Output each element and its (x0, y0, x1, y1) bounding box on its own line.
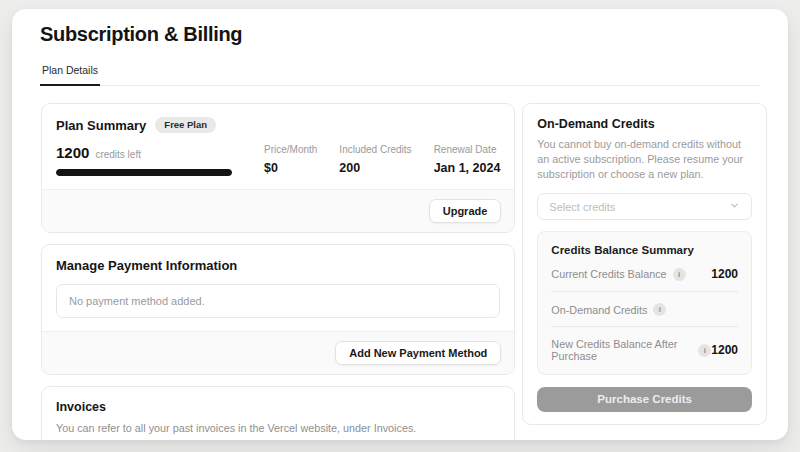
external-link-icon (173, 439, 182, 440)
plan-summary-title-row: Plan Summary Free Plan (56, 117, 500, 133)
select-credits-dropdown[interactable]: Select credits (537, 193, 752, 220)
invoices-card-title: Invoices (56, 400, 500, 414)
chevron-down-icon (729, 200, 740, 213)
plan-summary-body: Plan Summary Free Plan 1200 credits left (42, 104, 514, 189)
credits-balance-summary: Credits Balance Summary Current Credits … (537, 231, 752, 375)
plan-summary-card: Plan Summary Free Plan 1200 credits left (41, 103, 515, 233)
invoices-card: Invoices You can refer to all your past … (41, 386, 515, 440)
page-title: Subscription & Billing (40, 23, 760, 46)
page-header: Subscription & Billing Plan Details (12, 9, 788, 86)
credits-left-caption: credits left (95, 149, 141, 160)
credits-progress-fill (56, 169, 232, 176)
invoices-description: You can refer to all your past invoices … (56, 421, 500, 436)
stat-price-month-label: Price/Month (264, 144, 317, 155)
payment-card-footer: Add New Payment Method (42, 331, 514, 374)
stat-included-credits-label: Included Credits (339, 144, 411, 155)
payment-card-title: Manage Payment Information (56, 258, 500, 273)
no-payment-method-box: No payment method added. (56, 284, 500, 318)
summary-row-on-demand-label: On-Demand Credits (551, 304, 647, 316)
stat-renewal-date-label: Renewal Date (434, 144, 501, 155)
summary-row-new-balance: New Credits Balance After Purchase 1200 (551, 327, 738, 372)
add-payment-method-button[interactable]: Add New Payment Method (335, 341, 501, 365)
payment-card: Manage Payment Information No payment me… (41, 244, 515, 375)
plan-summary-title: Plan Summary (56, 118, 146, 133)
purchase-credits-button[interactable]: Purchase Credits (537, 387, 752, 412)
content-area: Plan Summary Free Plan 1200 credits left (12, 86, 788, 440)
plan-summary-footer: Upgrade (42, 189, 514, 232)
upgrade-button[interactable]: Upgrade (429, 199, 502, 223)
credits-block: 1200 credits left (56, 144, 264, 176)
info-icon[interactable] (673, 268, 686, 281)
summary-row-on-demand: On-Demand Credits (551, 292, 738, 327)
on-demand-credits-title: On-Demand Credits (537, 117, 752, 131)
on-demand-credits-body: On-Demand Credits You cannot buy on-dema… (523, 104, 766, 424)
plan-stats-row: 1200 credits left Price/Month $0 (56, 144, 500, 176)
summary-row-new-balance-label: New Credits Balance After Purchase (551, 338, 692, 362)
invoices-card-body: Invoices You can refer to all your past … (42, 387, 514, 440)
stat-renewal-date: Renewal Date Jan 1, 2024 (434, 144, 501, 176)
tab-plan-details[interactable]: Plan Details (40, 60, 100, 85)
credits-progress-bar (56, 169, 232, 176)
tab-bar: Plan Details (40, 60, 760, 86)
payment-card-body: Manage Payment Information No payment me… (42, 245, 514, 331)
on-demand-credits-card: On-Demand Credits You cannot buy on-dema… (522, 103, 767, 425)
summary-row-current-balance-label: Current Credits Balance (551, 268, 666, 280)
info-icon[interactable] (698, 344, 711, 357)
stat-renewal-date-value: Jan 1, 2024 (434, 161, 501, 175)
credits-balance-summary-title: Credits Balance Summary (551, 244, 738, 256)
stat-included-credits-value: 200 (339, 161, 411, 175)
stat-included-credits: Included Credits 200 (339, 144, 411, 176)
info-icon[interactable] (653, 303, 666, 316)
left-column: Plan Summary Free Plan 1200 credits left (41, 103, 515, 440)
right-column: On-Demand Credits You cannot buy on-dema… (522, 103, 767, 425)
stat-price-month: Price/Month $0 (264, 144, 317, 176)
summary-row-current-balance-value: 1200 (711, 267, 738, 281)
select-credits-placeholder: Select credits (549, 201, 615, 213)
stat-price-month-value: $0 (264, 161, 317, 175)
summary-row-new-balance-value: 1200 (711, 343, 738, 357)
credits-line: 1200 credits left (56, 144, 264, 161)
tab-plan-details-label: Plan Details (42, 64, 98, 76)
credits-left-value: 1200 (56, 144, 89, 161)
on-demand-credits-description: You cannot buy on-demand credits without… (537, 137, 752, 182)
subscription-billing-panel: Subscription & Billing Plan Details Plan… (12, 9, 788, 440)
plan-badge: Free Plan (155, 117, 216, 133)
summary-row-current-balance: Current Credits Balance 1200 (551, 256, 738, 292)
